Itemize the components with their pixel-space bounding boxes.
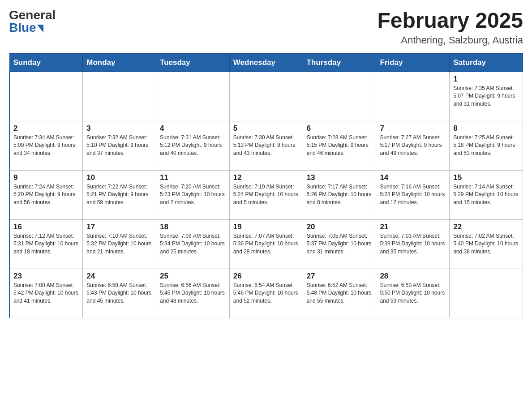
cell-info-text: Sunrise: 6:50 AM Sunset: 5:50 PM Dayligh…: [380, 282, 446, 305]
cell-day-number: 26: [233, 272, 299, 281]
cell-info-text: Sunrise: 7:14 AM Sunset: 5:29 PM Dayligh…: [453, 183, 519, 206]
cell-info-text: Sunrise: 7:16 AM Sunset: 5:28 PM Dayligh…: [380, 183, 446, 206]
calendar-day-header-wednesday: Wednesday: [229, 53, 303, 72]
logo-blue-text: Blue: [9, 21, 36, 34]
calendar-cell: 7Sunrise: 7:27 AM Sunset: 5:17 PM Daylig…: [376, 121, 450, 170]
cell-info-text: Sunrise: 6:58 AM Sunset: 5:43 PM Dayligh…: [86, 282, 152, 305]
cell-info-text: Sunrise: 6:56 AM Sunset: 5:45 PM Dayligh…: [160, 282, 226, 305]
cell-day-number: 8: [453, 124, 519, 133]
calendar-cell: 12Sunrise: 7:19 AM Sunset: 5:24 PM Dayli…: [229, 170, 303, 219]
calendar-cell: 27Sunrise: 6:52 AM Sunset: 5:48 PM Dayli…: [303, 269, 376, 318]
cell-day-number: 15: [453, 173, 519, 182]
cell-info-text: Sunrise: 6:54 AM Sunset: 5:46 PM Dayligh…: [233, 282, 299, 305]
calendar-week-row: 9Sunrise: 7:24 AM Sunset: 5:20 PM Daylig…: [9, 170, 523, 219]
calendar-week-row: 1Sunrise: 7:35 AM Sunset: 5:07 PM Daylig…: [9, 72, 523, 121]
page-title: February 2025: [377, 9, 523, 33]
cell-info-text: Sunrise: 7:03 AM Sunset: 5:39 PM Dayligh…: [380, 232, 446, 256]
calendar-cell: [376, 72, 450, 121]
calendar-day-header-tuesday: Tuesday: [156, 53, 230, 72]
cell-day-number: 4: [160, 124, 226, 133]
calendar-cell: [303, 72, 376, 121]
calendar-cell: 18Sunrise: 7:09 AM Sunset: 5:34 PM Dayli…: [156, 219, 230, 269]
logo-triangle-icon: [37, 25, 43, 33]
cell-day-number: 19: [233, 223, 299, 231]
cell-info-text: Sunrise: 7:10 AM Sunset: 5:32 PM Dayligh…: [86, 232, 152, 256]
cell-day-number: 13: [307, 173, 373, 182]
calendar-cell: 8Sunrise: 7:25 AM Sunset: 5:18 PM Daylig…: [450, 121, 523, 170]
cell-info-text: Sunrise: 7:32 AM Sunset: 5:10 PM Dayligh…: [86, 134, 152, 157]
cell-info-text: Sunrise: 7:31 AM Sunset: 5:12 PM Dayligh…: [160, 134, 226, 157]
cell-day-number: 6: [307, 124, 373, 133]
cell-info-text: Sunrise: 7:34 AM Sunset: 5:09 PM Dayligh…: [13, 134, 79, 157]
calendar-table: SundayMondayTuesdayWednesdayThursdayFrid…: [9, 53, 523, 318]
calendar-cell: 17Sunrise: 7:10 AM Sunset: 5:32 PM Dayli…: [83, 219, 156, 269]
cell-info-text: Sunrise: 7:27 AM Sunset: 5:17 PM Dayligh…: [380, 134, 446, 157]
title-block: February 2025 Anthering, Salzburg, Austr…: [377, 9, 523, 46]
cell-info-text: Sunrise: 7:17 AM Sunset: 5:26 PM Dayligh…: [307, 183, 373, 206]
cell-day-number: 17: [86, 223, 152, 231]
calendar-cell: 9Sunrise: 7:24 AM Sunset: 5:20 PM Daylig…: [9, 170, 83, 219]
cell-day-number: 18: [160, 223, 226, 231]
cell-day-number: 10: [86, 173, 152, 182]
logo-general-text: General: [9, 9, 56, 21]
cell-info-text: Sunrise: 7:19 AM Sunset: 5:24 PM Dayligh…: [233, 183, 299, 206]
calendar-cell: 19Sunrise: 7:07 AM Sunset: 5:36 PM Dayli…: [229, 219, 303, 269]
calendar-cell: 15Sunrise: 7:14 AM Sunset: 5:29 PM Dayli…: [450, 170, 523, 219]
calendar-cell: 24Sunrise: 6:58 AM Sunset: 5:43 PM Dayli…: [83, 269, 156, 318]
calendar-cell: 2Sunrise: 7:34 AM Sunset: 5:09 PM Daylig…: [9, 121, 83, 170]
cell-info-text: Sunrise: 7:25 AM Sunset: 5:18 PM Dayligh…: [453, 134, 519, 157]
page-header: General Blue February 2025 Anthering, Sa…: [9, 9, 523, 46]
calendar-cell: [9, 72, 83, 121]
calendar-body: 1Sunrise: 7:35 AM Sunset: 5:07 PM Daylig…: [9, 72, 523, 318]
calendar-cell: 5Sunrise: 7:30 AM Sunset: 5:13 PM Daylig…: [229, 121, 303, 170]
cell-info-text: Sunrise: 6:52 AM Sunset: 5:48 PM Dayligh…: [307, 282, 373, 305]
cell-info-text: Sunrise: 7:02 AM Sunset: 5:40 PM Dayligh…: [453, 232, 519, 256]
cell-day-number: 3: [86, 124, 152, 133]
calendar-cell: 10Sunrise: 7:22 AM Sunset: 5:21 PM Dayli…: [83, 170, 156, 219]
calendar-cell: [83, 72, 156, 121]
calendar-cell: 14Sunrise: 7:16 AM Sunset: 5:28 PM Dayli…: [376, 170, 450, 219]
calendar-cell: 13Sunrise: 7:17 AM Sunset: 5:26 PM Dayli…: [303, 170, 376, 219]
cell-day-number: 12: [233, 173, 299, 182]
cell-day-number: 22: [453, 223, 519, 231]
calendar-cell: 4Sunrise: 7:31 AM Sunset: 5:12 PM Daylig…: [156, 121, 230, 170]
cell-info-text: Sunrise: 7:35 AM Sunset: 5:07 PM Dayligh…: [453, 85, 519, 108]
calendar-day-header-thursday: Thursday: [303, 53, 376, 72]
cell-day-number: 27: [307, 272, 373, 281]
calendar-day-header-friday: Friday: [376, 53, 450, 72]
calendar-week-row: 2Sunrise: 7:34 AM Sunset: 5:09 PM Daylig…: [9, 121, 523, 170]
cell-day-number: 14: [380, 173, 446, 182]
cell-day-number: 25: [160, 272, 226, 281]
calendar-week-row: 16Sunrise: 7:12 AM Sunset: 5:31 PM Dayli…: [9, 219, 523, 269]
calendar-cell: 11Sunrise: 7:20 AM Sunset: 5:23 PM Dayli…: [156, 170, 230, 219]
logo: General Blue: [9, 9, 56, 34]
calendar-week-row: 23Sunrise: 7:00 AM Sunset: 5:42 PM Dayli…: [9, 269, 523, 318]
cell-day-number: 7: [380, 124, 446, 133]
cell-day-number: 23: [13, 272, 79, 281]
cell-day-number: 16: [13, 223, 79, 231]
calendar-cell: [229, 72, 303, 121]
calendar-cell: [450, 269, 523, 318]
calendar-day-header-sunday: Sunday: [9, 53, 83, 72]
calendar-cell: 28Sunrise: 6:50 AM Sunset: 5:50 PM Dayli…: [376, 269, 450, 318]
cell-info-text: Sunrise: 7:20 AM Sunset: 5:23 PM Dayligh…: [160, 183, 226, 206]
cell-info-text: Sunrise: 7:05 AM Sunset: 5:37 PM Dayligh…: [307, 232, 373, 256]
calendar-header-row: SundayMondayTuesdayWednesdayThursdayFrid…: [9, 53, 523, 72]
calendar-cell: 16Sunrise: 7:12 AM Sunset: 5:31 PM Dayli…: [9, 219, 83, 269]
cell-day-number: 28: [380, 272, 446, 281]
page-subtitle: Anthering, Salzburg, Austria: [377, 34, 523, 46]
cell-day-number: 5: [233, 124, 299, 133]
cell-info-text: Sunrise: 7:22 AM Sunset: 5:21 PM Dayligh…: [86, 183, 152, 206]
calendar-day-header-monday: Monday: [83, 53, 156, 72]
cell-info-text: Sunrise: 7:12 AM Sunset: 5:31 PM Dayligh…: [13, 232, 79, 256]
calendar-cell: 26Sunrise: 6:54 AM Sunset: 5:46 PM Dayli…: [229, 269, 303, 318]
calendar-cell: 3Sunrise: 7:32 AM Sunset: 5:10 PM Daylig…: [83, 121, 156, 170]
cell-day-number: 20: [307, 223, 373, 231]
cell-day-number: 1: [453, 75, 519, 84]
calendar-cell: 20Sunrise: 7:05 AM Sunset: 5:37 PM Dayli…: [303, 219, 376, 269]
cell-info-text: Sunrise: 7:30 AM Sunset: 5:13 PM Dayligh…: [233, 134, 299, 157]
cell-info-text: Sunrise: 7:07 AM Sunset: 5:36 PM Dayligh…: [233, 232, 299, 256]
calendar-cell: 25Sunrise: 6:56 AM Sunset: 5:45 PM Dayli…: [156, 269, 230, 318]
calendar-cell: 21Sunrise: 7:03 AM Sunset: 5:39 PM Dayli…: [376, 219, 450, 269]
calendar-cell: 23Sunrise: 7:00 AM Sunset: 5:42 PM Dayli…: [9, 269, 83, 318]
